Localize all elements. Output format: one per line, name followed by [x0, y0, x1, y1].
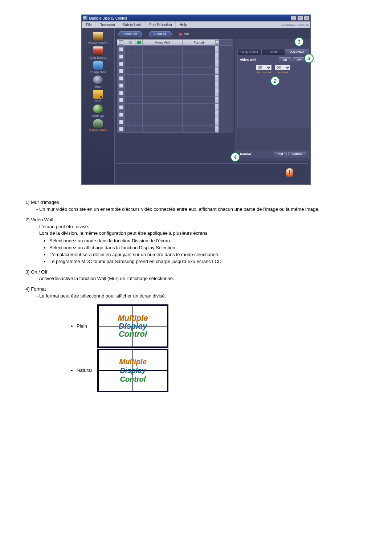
gear-icon	[93, 104, 103, 113]
format-examples: Plein Multiple Display Control Natural	[69, 304, 171, 393]
format-row: Format Full Natural	[237, 150, 309, 158]
horizontal-label: Horizontal	[257, 71, 271, 74]
tab-video-wall[interactable]: Video Wall	[285, 49, 309, 55]
scroll-up-button[interactable]: ▲	[215, 40, 219, 45]
sidebar-item-input-source[interactable]: Input Source	[83, 46, 113, 59]
header-checkbox[interactable]	[119, 40, 123, 45]
row-checkbox[interactable]	[119, 76, 123, 81]
maximize-button[interactable]: □	[297, 16, 303, 21]
sidebar-item-label: Maintenance	[83, 128, 113, 132]
app-window: Multiple Display Control _ □ × File Remo…	[81, 15, 311, 185]
sidebar-item-label: Input Source	[83, 56, 113, 59]
window-title: Multiple Display Control	[89, 16, 127, 20]
status-dot-icon	[179, 33, 182, 36]
power-icon	[93, 32, 103, 41]
sidebar-item-label: Time	[83, 85, 113, 89]
sec2-num: 2)	[25, 217, 30, 222]
sec2-dash: - L'écran peut être divisé.	[25, 223, 367, 230]
callout-3: 3	[304, 54, 314, 63]
callout-2: 2	[270, 76, 280, 86]
format-plein-label: Plein	[77, 323, 95, 330]
sidebar-item-label: Settings	[83, 114, 113, 118]
image-size-icon	[93, 61, 103, 70]
vertical-select[interactable]: Off	[275, 65, 291, 70]
app-icon	[83, 16, 87, 20]
close-button[interactable]: ×	[304, 16, 310, 21]
vertical-label: Vertical	[277, 71, 287, 74]
minimize-button[interactable]: _	[291, 16, 297, 21]
sidebar-item-pip[interactable]: PIP	[83, 90, 113, 103]
sec4-dash: - Le format peut être sélectionné pour a…	[25, 293, 367, 300]
row-checkbox[interactable]	[119, 112, 123, 117]
row-checkbox[interactable]	[119, 105, 123, 110]
format-label: Format	[240, 152, 251, 156]
grid-col-format[interactable]: Format	[183, 40, 215, 45]
row-checkbox[interactable]	[119, 127, 123, 131]
sec2-b2: Sélectionnez un affichage dans la foncti…	[49, 245, 367, 251]
select-all-button[interactable]: Select All	[118, 31, 142, 37]
grid-header: ID Video Wall Format ▲	[117, 39, 233, 46]
grid-body	[117, 46, 233, 133]
row-checkbox[interactable]	[119, 91, 123, 95]
menu-port-selection[interactable]: Port Selection	[146, 21, 176, 28]
callout-4: 4	[230, 152, 240, 162]
sec1-desc: - Un mur vidéo consiste en un ensemble d…	[25, 206, 367, 213]
maintenance-icon	[93, 119, 103, 128]
video-wall-on-button[interactable]: ON	[279, 57, 291, 62]
sidebar-item-label: PIP	[83, 99, 113, 103]
format-natural-label: Natural	[77, 367, 95, 374]
sidebar-item-settings[interactable]: Settings	[83, 104, 113, 118]
row-checkbox[interactable]	[119, 47, 123, 52]
sec2-b4: Le programme MDC fourni par Samsung pren…	[49, 258, 367, 265]
sidebar-item-power-control[interactable]: Power Control	[83, 32, 113, 45]
sidebar-item-time[interactable]: Time	[83, 75, 113, 89]
sec4-num: 4)	[25, 286, 30, 292]
document-text: 1) Mur d'images - Un mur vidéo consiste …	[15, 199, 377, 393]
video-wall-label: Video Wall	[240, 58, 256, 62]
sidebar: Power Control Input Source Image Size Ti…	[82, 28, 114, 184]
brand-label: SAMSUNG DIGITall	[281, 21, 309, 28]
menu-remocon[interactable]: Remocon	[96, 21, 119, 28]
menu-file[interactable]: File	[82, 21, 96, 28]
status-indicator: Idle	[179, 32, 189, 36]
tab-lamp-control[interactable]: Lamp Control	[237, 49, 261, 55]
row-checkbox[interactable]	[119, 120, 123, 124]
sidebar-item-label: Power Control	[83, 41, 113, 45]
sec4-title: Format	[31, 286, 46, 292]
format-full-button[interactable]: Full	[274, 152, 287, 156]
row-checkbox[interactable]	[119, 62, 123, 66]
format-natural-button[interactable]: Natural	[288, 152, 306, 156]
sidebar-item-maintenance[interactable]: Maintenance	[83, 119, 113, 132]
pip-icon	[93, 90, 103, 99]
clear-all-button[interactable]: Clear All	[149, 31, 172, 37]
row-checkbox[interactable]	[119, 83, 123, 88]
main-area: Select All Clear All Idle ID Video Wall	[114, 28, 310, 184]
sec3-title: On / Off	[31, 269, 47, 275]
titlebar: Multiple Display Control _ □ ×	[82, 15, 310, 21]
input-source-icon	[93, 46, 103, 55]
clock-icon	[93, 75, 103, 84]
sec1-title: Mur d'images	[31, 200, 59, 205]
tab-scroll[interactable]: Scroll	[261, 49, 285, 55]
sidebar-item-image-size[interactable]: Image Size	[83, 61, 113, 74]
grid-col-status	[135, 40, 143, 45]
sec2-b3: L'emplacement sera défini en appuyant su…	[49, 251, 367, 258]
right-panel: 1 Lamp Control Scroll Video Wall Video W…	[236, 39, 310, 161]
grid-col-id[interactable]: ID	[125, 40, 135, 45]
menu-help[interactable]: Help	[176, 21, 191, 28]
sec2-line2: Lors de la division, la même configurati…	[25, 230, 367, 237]
grid-col-video-wall[interactable]: Video Wall	[143, 40, 183, 45]
sec3-dash: - Active/désactive la fonction Wall (Mur…	[25, 275, 367, 282]
row-checkbox[interactable]	[119, 98, 123, 102]
horizontal-select[interactable]: Off	[256, 65, 272, 70]
row-checkbox[interactable]	[119, 69, 123, 73]
sec1-num: 1)	[25, 200, 30, 205]
sec2-b1: Sélectionnez un mode dans la fonction Di…	[49, 238, 367, 245]
menu-safety-lock[interactable]: Safety Lock	[119, 21, 146, 28]
alert-icon	[286, 168, 293, 177]
status-text: Idle	[184, 32, 189, 36]
format-plein-image: Multiple Display Control	[97, 304, 168, 348]
footer-bar	[117, 163, 308, 182]
menubar: File Remocon Safety Lock Port Selection …	[82, 21, 310, 28]
row-checkbox[interactable]	[119, 54, 123, 59]
